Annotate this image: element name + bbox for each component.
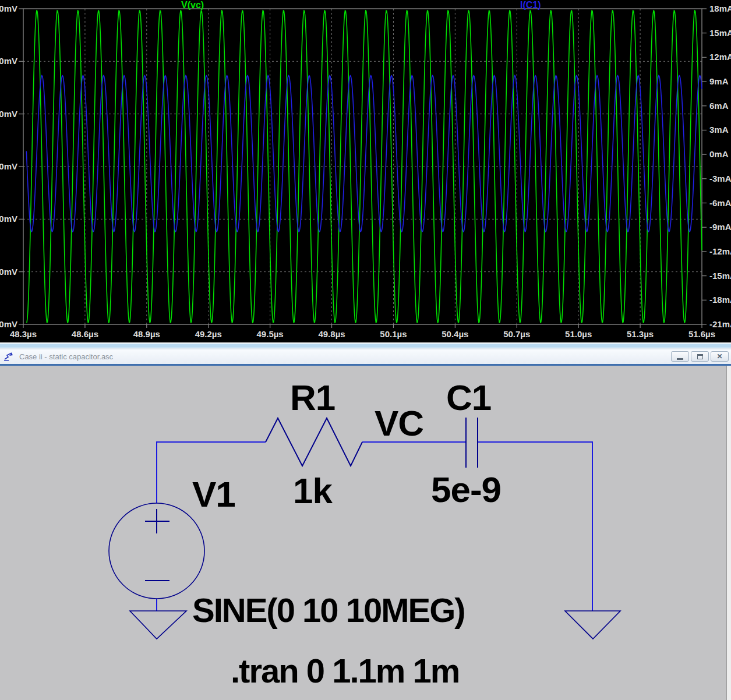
restore-icon (697, 354, 703, 359)
ltspice-schematic-icon[interactable] (4, 352, 15, 362)
legend-trace-ic1[interactable]: I(C1) (520, 0, 541, 10)
x-tick-label: 49.8µs (318, 329, 345, 339)
y-right-tick-label: -12mA (709, 246, 731, 256)
x-tick-label: 50.4µs (442, 329, 468, 339)
x-tick-label: 48.6µs (72, 329, 98, 339)
x-tick-label: 48.9µs (133, 329, 160, 339)
trace-vvc (26, 10, 702, 323)
y-right-tick-label: -9mA (709, 222, 731, 232)
trace-ic1 (26, 76, 702, 232)
y-left-tick-label: -30mV (0, 319, 17, 329)
y-right-tick-label: 15mA (709, 28, 731, 38)
y-right-tick-label: -21mA (709, 319, 731, 329)
minimize-icon (677, 358, 683, 360)
schematic-canvas[interactable]: R1 1k VC C1 5e-9 V1 SINE(0 10 10MEG) .tr… (0, 366, 731, 700)
y-right-tick-label: 12mA (709, 52, 731, 62)
y-left-tick-label: 0mV (0, 161, 17, 171)
y-right-tick-label: 18mA (709, 3, 731, 13)
window-top-edge (0, 342, 731, 349)
x-tick-label: 51.3µs (627, 329, 654, 339)
y-right-tick-label: -18mA (709, 295, 731, 305)
ground-icon-left[interactable] (130, 611, 186, 639)
spice-directive-label[interactable]: .tran 0 1.1m 1m (231, 654, 459, 688)
window-right-edge (726, 366, 731, 700)
y-right-tick-label: -6mA (709, 198, 731, 208)
y-left-tick-label: 10mV (0, 109, 17, 119)
ltspice-app: 48.3µs48.6µs48.9µs49.2µs49.5µs49.8µs50.1… (0, 0, 731, 700)
resistor-ref-label[interactable]: R1 (290, 380, 335, 416)
x-tick-label: 51.6µs (688, 329, 715, 339)
restore-button[interactable] (691, 351, 709, 362)
x-tick-label: 49.5µs (257, 329, 284, 339)
window-title: Case ii - static capacitor.asc (19, 352, 113, 361)
plus-icon (145, 509, 169, 533)
x-tick-label: 50.1µs (380, 329, 407, 339)
wires (157, 442, 592, 611)
x-tick-label: 49.2µs (195, 329, 222, 339)
x-tick-label: 51.0µs (565, 329, 592, 339)
capacitor-symbol[interactable] (466, 418, 478, 468)
y-right-tick-label: 6mA (709, 101, 729, 111)
y-right-tick-label: 9mA (709, 76, 729, 86)
close-button[interactable]: ✕ (711, 351, 729, 362)
waveform-pane[interactable]: 48.3µs48.6µs48.9µs49.2µs49.5µs49.8µs50.1… (0, 0, 731, 342)
close-icon: ✕ (716, 353, 722, 360)
capacitor-value-label[interactable]: 5e-9 (431, 472, 501, 508)
y-right-tick-label: 3mA (709, 125, 729, 135)
y-right-tick-label: 0mA (709, 149, 729, 159)
y-right-tick-label: -3mA (709, 174, 731, 183)
y-left-tick-label: 30mV (0, 3, 17, 13)
circuit-drawing (0, 366, 731, 700)
net-label-vc[interactable]: VC (375, 405, 423, 441)
legend-trace-vvc[interactable]: V(vc) (181, 0, 204, 10)
source-value-label[interactable]: SINE(0 10 10MEG) (192, 593, 465, 627)
minimize-button[interactable] (671, 351, 689, 362)
window-controls: ✕ (671, 351, 729, 362)
resistor-value-label[interactable]: 1k (293, 473, 332, 509)
waveform-plot[interactable]: 48.3µs48.6µs48.9µs49.2µs49.5µs49.8µs50.1… (0, 0, 731, 342)
ground-icon-right[interactable] (565, 611, 620, 639)
window-title-bar[interactable]: Case ii - static capacitor.asc ✕ (0, 349, 731, 364)
wire-capacitor-to-ground (478, 442, 592, 611)
y-left-tick-label: -10mV (0, 214, 17, 224)
resistor-symbol[interactable] (266, 418, 362, 466)
x-tick-label: 50.7µs (503, 329, 530, 339)
voltage-source-symbol[interactable] (109, 503, 204, 599)
y-right-tick-label: -15mA (709, 271, 731, 281)
schematic-window: Case ii - static capacitor.asc ✕ (0, 342, 731, 700)
y-left-tick-label: 20mV (0, 56, 17, 66)
x-tick-label: 48.3µs (10, 329, 37, 339)
y-left-tick-label: -20mV (0, 267, 17, 277)
source-ref-label[interactable]: V1 (192, 476, 235, 512)
capacitor-ref-label[interactable]: C1 (446, 380, 491, 416)
